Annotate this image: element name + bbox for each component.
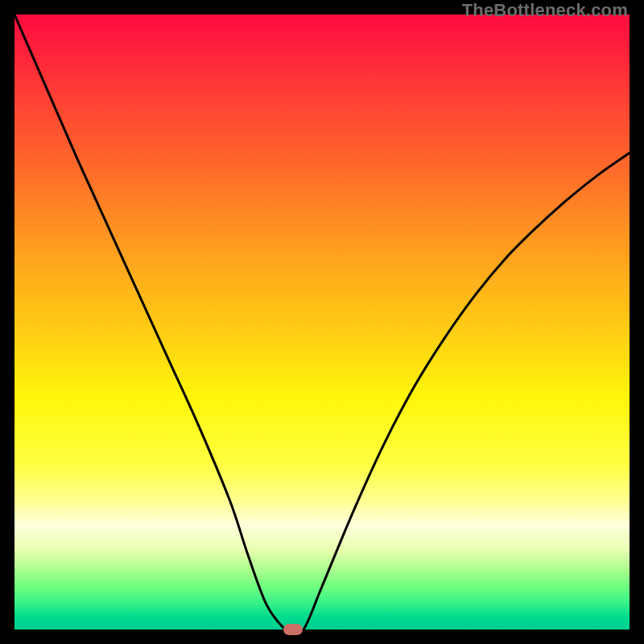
chart-container: TheBottleneck.com — [0, 0, 644, 644]
bottleneck-curve — [14, 14, 630, 630]
watermark-text: TheBottleneck.com — [462, 0, 628, 21]
optimal-marker — [283, 624, 303, 635]
curve-layer — [14, 14, 630, 630]
